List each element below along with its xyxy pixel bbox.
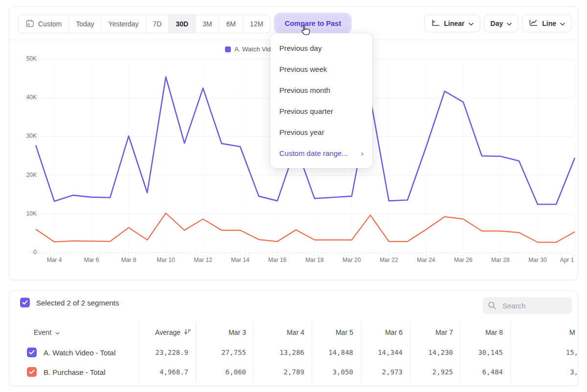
x-axis-label: Mar 22 (380, 257, 398, 263)
x-axis-label: Mar 6 (84, 257, 99, 263)
axis-scale-icon (431, 19, 440, 28)
calendar-icon (25, 19, 34, 29)
select-all-checkbox[interactable] (20, 298, 30, 307)
column-header-mar8[interactable]: Mar 8 (461, 322, 511, 343)
legend-item-watch-video[interactable]: A. Watch Video (225, 45, 278, 53)
cell-value: 3,050 (312, 362, 361, 382)
chevron-down-icon (560, 20, 565, 27)
cell-value: 6,484 (461, 362, 511, 382)
column-header-mar7[interactable]: Mar 7 (410, 322, 461, 343)
cell-value: 14,230 (410, 343, 461, 362)
cell-value: 14,344 (361, 343, 410, 362)
x-axis-label: Mar 14 (231, 257, 249, 263)
x-axis-label: Mar 24 (417, 257, 435, 263)
range-7d[interactable]: 7D (145, 15, 168, 33)
x-axis-label: Mar 30 (528, 257, 546, 263)
menu-item-previous-day[interactable]: Previous day (271, 38, 372, 59)
x-axis-label: Mar 10 (157, 257, 175, 263)
y-axis-label: 30K (26, 132, 37, 139)
cell-value: 30,145 (461, 343, 511, 362)
scale-linear-button[interactable]: Linear (424, 15, 480, 32)
menu-item-previous-month[interactable]: Previous month (271, 80, 372, 101)
row-checkbox-watch-video[interactable] (27, 348, 37, 357)
table-row-watch-video[interactable]: A. Watch Video - Total 23,228.9 27,755 1… (9, 343, 578, 362)
menu-item-previous-week[interactable]: Previous week (271, 59, 372, 80)
cell-value: 2,925 (410, 362, 461, 382)
table-header-row: Event Average Mar 3 Mar 4 Mar 5 Mar 6 Ma… (9, 322, 578, 343)
row-checkbox-purchase[interactable] (27, 367, 37, 377)
cell-value: 14,848 (312, 343, 361, 362)
x-axis-label: Mar 16 (268, 257, 286, 263)
view-controls: Linear Day Line (424, 15, 572, 32)
x-axis-label: Mar 4 (47, 257, 62, 263)
row-label: A. Watch Video - Total (44, 348, 115, 357)
chevron-down-icon (469, 20, 474, 27)
cell-value: 2,973 (361, 362, 410, 382)
y-axis-label: 40K (26, 94, 37, 101)
cell-average: 4,968.7 (139, 362, 196, 382)
menu-item-previous-year[interactable]: Previous year (271, 122, 372, 143)
chart-type-line-button[interactable]: Line (522, 15, 572, 32)
cell-average: 23,228.9 (139, 343, 196, 362)
column-header-event[interactable]: Event (9, 322, 139, 343)
menu-item-custom-date-range[interactable]: Custom date range... › (271, 143, 372, 164)
cell-value: 27,755 (196, 343, 254, 362)
segments-table-card: Selected 2 of 2 segments Event Average M… (9, 290, 578, 386)
column-header-mar3[interactable]: Mar 3 (196, 322, 254, 343)
granularity-day-button[interactable]: Day (484, 15, 519, 32)
range-custom-label: Custom (38, 20, 62, 28)
cell-value-truncated: 3, (511, 362, 578, 382)
column-header-mar4[interactable]: Mar 4 (254, 322, 312, 343)
y-axis-label: 20K (26, 172, 37, 178)
segments-selected-row: Selected 2 of 2 segments (20, 298, 119, 307)
x-axis-label: Mar 12 (194, 257, 212, 263)
range-3m[interactable]: 3M (195, 15, 219, 33)
y-axis-label: 0 (33, 249, 37, 256)
series-line-b-purchase[interactable] (36, 213, 575, 242)
cell-value-truncated: 15, (511, 343, 578, 362)
x-axis-label: Mar 26 (454, 257, 472, 263)
y-axis-label: 10K (26, 210, 37, 217)
chevron-right-icon: › (361, 149, 363, 157)
row-label-cell: B. Purchase - Total (9, 362, 139, 382)
x-axis-label: Mar 18 (305, 257, 323, 263)
legend-swatch-purple (225, 46, 231, 52)
search-box (483, 297, 572, 314)
menu-item-previous-quarter[interactable]: Previous quarter (271, 101, 372, 122)
cell-value: 6,060 (196, 362, 254, 382)
column-header-mar5[interactable]: Mar 5 (312, 322, 361, 343)
range-12m[interactable]: 12M (243, 15, 270, 33)
column-header-truncated: M (511, 322, 578, 343)
date-range-segmented-control: Custom Today Yesterday 7D 30D 3M 6M 12M (18, 15, 271, 33)
column-header-average[interactable]: Average (139, 322, 196, 343)
x-axis-label: Mar 28 (491, 257, 509, 263)
cell-value: 2,789 (254, 362, 312, 382)
chevron-down-icon (507, 20, 512, 27)
column-header-mar6[interactable]: Mar 6 (361, 322, 410, 343)
compare-to-past-button[interactable]: Compare to Past (276, 15, 349, 32)
y-axis-label: 50K (26, 55, 37, 62)
x-axis-label: Mar 20 (342, 257, 361, 263)
row-label: B. Purchase - Total (44, 368, 105, 376)
row-label-cell: A. Watch Video - Total (9, 343, 139, 362)
range-custom[interactable]: Custom (19, 15, 68, 33)
range-today[interactable]: Today (68, 15, 101, 33)
table-row-purchase[interactable]: B. Purchase - Total 4,968.7 6,060 2,789 … (9, 362, 578, 382)
x-axis-label: Mar 8 (121, 257, 136, 263)
segments-table: Event Average Mar 3 Mar 4 Mar 5 Mar 6 Ma… (9, 322, 578, 382)
range-yesterday[interactable]: Yesterday (101, 15, 146, 33)
range-6m[interactable]: 6M (219, 15, 242, 33)
cell-value: 13,286 (254, 343, 312, 362)
search-input[interactable] (483, 297, 572, 314)
chevron-down-icon (55, 328, 60, 336)
compare-to-past-menu: Previous day Previous week Previous mont… (271, 33, 372, 168)
segments-selected-label: Selected 2 of 2 segments (36, 299, 119, 307)
sort-descending-icon (184, 328, 192, 337)
line-chart-icon (529, 19, 538, 28)
range-30d-active[interactable]: 30D (168, 15, 195, 33)
x-axis-label: Apr 1 (560, 257, 574, 263)
